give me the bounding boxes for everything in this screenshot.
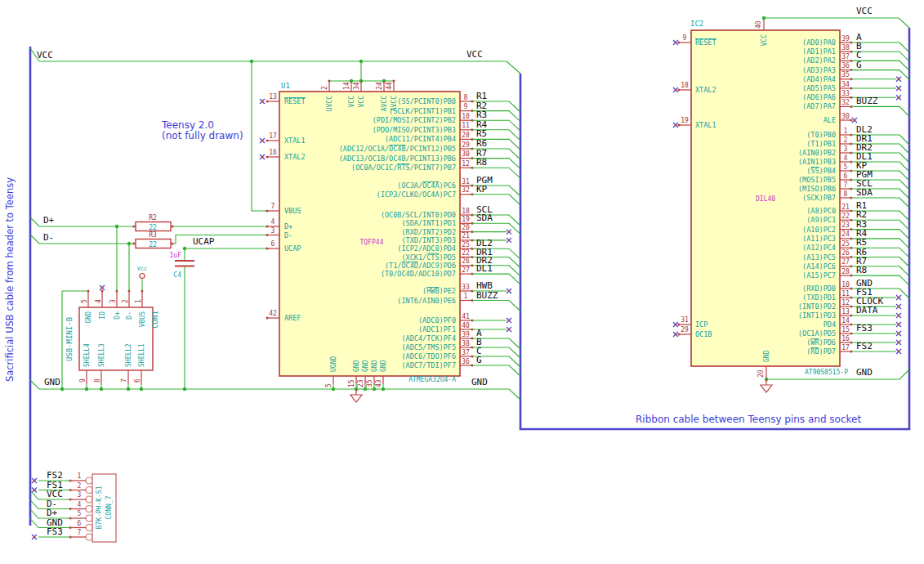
pin-number: 25 <box>462 241 470 248</box>
no-connect-icon <box>896 313 901 318</box>
pin-number: 10 <box>462 113 470 120</box>
pin-name: (AIN0)PB2 <box>798 149 836 157</box>
u1-package: TQFP44 <box>360 239 384 246</box>
pin-number: 4 <box>95 299 102 303</box>
pin-number: 32 <box>462 186 470 194</box>
pin-number: 24 <box>841 231 850 238</box>
pin-number: 23 <box>357 379 364 387</box>
pin-number: 1 <box>464 293 468 300</box>
pin-name: GND <box>362 360 369 372</box>
pin-name: UCAP <box>284 244 301 253</box>
pin-number: 14 <box>343 82 350 90</box>
pin-name: (MISO)PB6 <box>798 185 836 193</box>
pin-number: 20 <box>462 224 470 231</box>
pin-number: 1 <box>844 128 848 135</box>
pin-name: (SCLK/PCINT1)PB1 <box>389 107 456 115</box>
pin-name: ALE <box>824 116 836 124</box>
pin-number: 4 <box>271 218 275 226</box>
pin-number: 12 <box>841 299 850 307</box>
pin-number: 31 <box>462 178 470 186</box>
no-connect-icon <box>896 77 901 82</box>
pin-tip <box>266 140 269 142</box>
pin-name: GND <box>353 360 360 372</box>
pin-number: 26 <box>841 249 850 257</box>
pin-number: 3 <box>78 491 82 499</box>
pin-number: 27 <box>462 266 470 274</box>
no-connect-icon <box>896 95 901 100</box>
no-connect-icon <box>896 340 901 345</box>
no-connect-icon <box>673 40 678 45</box>
pin-number: 30 <box>841 113 850 120</box>
pin-name: (A14)PC6 <box>802 262 836 271</box>
pin-tip <box>172 243 174 245</box>
pin-name: D+ <box>114 311 121 320</box>
pin-number: 18 <box>462 208 470 215</box>
ic-ic2: IC2AT90S8515-PDIL409RESET18XTAL219XTAL13… <box>673 6 909 392</box>
pin-number: 11 <box>841 290 850 298</box>
pin-number: 6 <box>271 240 275 248</box>
pin-number: 4 <box>844 154 848 162</box>
no-connect-icon <box>260 99 265 104</box>
no-connect-icon <box>260 154 265 159</box>
con1-value: USB-MINI-B <box>65 317 74 361</box>
pin-name: SHELL1 <box>138 343 145 367</box>
pin-number: 11 <box>462 122 470 129</box>
net-label: FS3 <box>47 526 63 537</box>
pin-number: 8 <box>844 190 848 198</box>
pin-name: (ADC4/TCK)PF4 <box>401 334 456 342</box>
pin-name: AVCC <box>381 96 388 111</box>
pin-name: (SS/PCINT0)PB0 <box>397 97 456 105</box>
ucap-net: UCAP <box>183 236 267 250</box>
pin-number: 20 <box>757 369 765 378</box>
no-connect-icon <box>100 285 105 290</box>
pin-name: SHELL2 <box>125 343 132 367</box>
pin-name: (OC1A)PD5 <box>798 329 836 338</box>
pin-number: 27 <box>841 258 850 266</box>
pin-name: (XCK1/CTS)PD5 <box>401 253 456 262</box>
pin-name: XTAL1 <box>284 137 306 145</box>
no-connect-icon <box>507 327 511 332</box>
vcc-label-mid: VCC <box>466 49 483 60</box>
pin-name: (ADC12/OC1A/OC4B/PCINT12)PB5 <box>339 145 456 153</box>
pin-number: 2 <box>844 137 848 144</box>
no-connect-icon <box>896 331 901 336</box>
pin-number: 42 <box>269 310 277 317</box>
ic2-ref: IC2 <box>690 20 703 28</box>
conn7-value: B7K-PH-K-S1 <box>96 486 103 529</box>
pin-number: 44 <box>386 82 393 90</box>
pin-name: (ADC13/OC1B/OC4B/PCINT13)PB6 <box>339 154 456 163</box>
pin-tip <box>266 317 269 320</box>
pin-name: (AIN1)PB3 <box>798 158 836 166</box>
pin-number: 41 <box>462 313 470 320</box>
pin-name: (OC0A/OC1C/RTS/PCINT7)PB7 <box>351 163 456 172</box>
cap-value: 1uF <box>170 252 182 259</box>
pin-name: (AD7)PA7 <box>802 102 836 110</box>
no-connect-icon <box>507 238 511 243</box>
pin-name: GND <box>763 350 770 362</box>
pin-name: (RD)PD7 <box>806 347 836 356</box>
pin-tip <box>133 226 136 228</box>
pin-name: VCC <box>761 34 768 47</box>
pin-name: (ADC1)PF1 <box>418 325 456 333</box>
gnd-symbol <box>761 385 772 392</box>
capacitor-c4: 1uFC4 <box>170 248 194 389</box>
pin-number: 6 <box>844 172 848 180</box>
pin-number: 9 <box>79 378 87 383</box>
no-connect-icon <box>673 332 678 337</box>
pin-number: 9 <box>683 34 687 42</box>
pin-name: PD4 <box>824 320 836 329</box>
ucap-label: UCAP <box>193 236 215 247</box>
pin-name: (SS)PB4 <box>806 167 836 175</box>
pin-name: D- <box>126 311 133 320</box>
dplus-label: D+ <box>43 215 55 226</box>
net-label: SDA <box>476 213 493 223</box>
pin-name: (AD1)PA1 <box>802 47 836 56</box>
pin-tip <box>850 119 853 122</box>
pin-number: 40 <box>755 20 762 29</box>
gnd-label-left: GND <box>44 377 60 387</box>
vcc-label-left: VCC <box>37 50 53 60</box>
pin-number: 7 <box>271 203 275 210</box>
pin-number: 5 <box>81 299 88 303</box>
no-connect-icon <box>896 86 901 91</box>
pin-number: 26 <box>462 257 470 265</box>
